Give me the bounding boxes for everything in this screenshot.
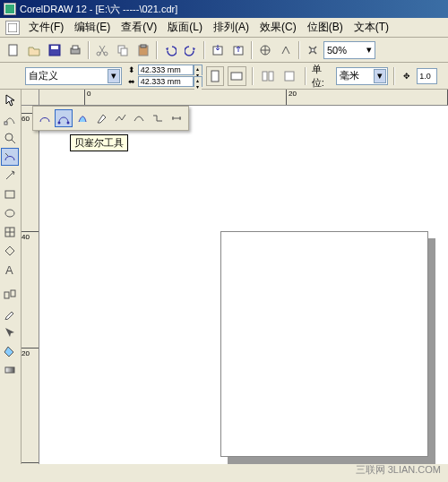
separator <box>156 41 158 59</box>
options-button[interactable] <box>303 40 323 60</box>
svg-text:A: A <box>5 263 13 276</box>
system-menu-icon[interactable] <box>5 21 20 35</box>
separator <box>305 67 306 85</box>
pick-tool[interactable] <box>1 91 19 109</box>
smart-draw-tool[interactable] <box>1 167 19 185</box>
svg-rect-30 <box>5 367 14 373</box>
menu-view[interactable]: 查看(V) <box>116 18 162 37</box>
width-spinner[interactable]: ▴▾ <box>194 65 202 75</box>
menu-layout[interactable]: 版面(L) <box>162 18 208 37</box>
curve-tool[interactable] <box>1 148 19 166</box>
redo-button[interactable] <box>181 40 201 60</box>
basic-shapes-tool[interactable] <box>1 242 19 260</box>
standard-toolbar: 50% ▾ <box>0 38 448 63</box>
menu-effects[interactable]: 效果(C) <box>254 18 302 37</box>
chevron-down-icon: ▾ <box>374 69 386 83</box>
svg-rect-28 <box>4 292 9 298</box>
page-layout-button-1[interactable] <box>259 66 277 86</box>
horizontal-ruler[interactable]: 0 20 40 <box>39 90 448 106</box>
paste-button[interactable] <box>134 40 153 60</box>
fill-tool[interactable] <box>1 342 19 360</box>
paper-size-combo[interactable]: 自定义 ▾ <box>25 67 122 85</box>
svg-rect-4 <box>51 46 58 49</box>
artistic-media-tool[interactable] <box>73 109 91 127</box>
corel-online-button[interactable] <box>276 40 296 60</box>
window-title: CorelDRAW 12 - [E:\六 -----\021.cdr] <box>20 3 177 16</box>
polyline-tool[interactable] <box>111 109 129 127</box>
ruler-origin[interactable] <box>22 90 39 106</box>
tooltip: 贝塞尔工具 <box>70 134 128 151</box>
shape-tool[interactable] <box>1 110 19 128</box>
page-rect <box>220 231 428 457</box>
portrait-button[interactable] <box>206 66 224 86</box>
save-button[interactable] <box>45 40 65 60</box>
separator <box>203 41 205 59</box>
bezier-tool[interactable] <box>55 109 73 127</box>
menu-file[interactable]: 文件(F) <box>23 18 69 37</box>
svg-rect-22 <box>4 122 7 125</box>
eyedropper-tool[interactable] <box>1 305 19 323</box>
units-combo[interactable]: 毫米 ▾ <box>336 67 388 85</box>
pen-tool[interactable] <box>92 109 110 127</box>
height-spinner[interactable]: ▴▾ <box>194 76 202 87</box>
page-width-input[interactable]: 42.333 mm <box>138 65 194 75</box>
workspace: A 0 20 40 60 40 20 0 <box>0 90 448 464</box>
copy-button[interactable] <box>113 40 133 60</box>
menu-edit[interactable]: 编辑(E) <box>69 18 116 37</box>
property-bar: 自定义 ▾ ⬍ 42.333 mm ▴▾ ⬌ 42.333 mm ▴▾ 单位: … <box>0 63 448 90</box>
three-point-curve-tool[interactable] <box>130 109 148 127</box>
separator <box>251 41 253 59</box>
page-height-input[interactable]: 42.333 mm <box>138 76 194 87</box>
svg-rect-18 <box>231 73 242 80</box>
separator <box>298 41 300 59</box>
menu-arrange[interactable]: 排列(A) <box>208 18 254 37</box>
interactive-fill-tool[interactable] <box>1 361 19 379</box>
export-button[interactable] <box>228 40 248 60</box>
canvas[interactable] <box>39 106 448 464</box>
zoom-value: 50% <box>327 45 347 56</box>
vertical-ruler[interactable]: 60 40 20 0 <box>22 106 39 464</box>
menu-bar: 文件(F) 编辑(E) 查看(V) 版面(L) 排列(A) 效果(C) 位图(B… <box>0 18 448 38</box>
open-button[interactable] <box>24 40 44 60</box>
page-layout-button-2[interactable] <box>280 66 298 86</box>
svg-rect-10 <box>121 48 127 56</box>
outline-tool[interactable] <box>1 323 19 341</box>
interactive-connector-tool[interactable] <box>149 109 167 127</box>
rectangle-tool[interactable] <box>1 185 19 203</box>
new-button[interactable] <box>4 40 23 60</box>
app-icon <box>4 3 16 15</box>
svg-rect-12 <box>141 45 146 47</box>
graph-paper-tool[interactable] <box>1 223 19 241</box>
menu-bitmap[interactable]: 位图(B) <box>302 18 349 37</box>
svg-rect-1 <box>8 23 17 32</box>
width-icon: ⬍ <box>125 65 138 75</box>
separator <box>252 67 254 85</box>
app-launcher-button[interactable] <box>255 40 275 60</box>
svg-rect-0 <box>5 4 14 13</box>
svg-rect-6 <box>73 46 78 49</box>
tooltip-text: 贝塞尔工具 <box>74 137 124 148</box>
svg-point-23 <box>5 133 13 141</box>
units-label: 单位: <box>312 63 332 90</box>
ellipse-tool[interactable] <box>1 204 19 222</box>
landscape-button[interactable] <box>228 66 246 86</box>
undo-button[interactable] <box>160 40 180 60</box>
chevron-down-icon: ▾ <box>366 44 372 56</box>
ruler-tick: 20 <box>286 90 297 106</box>
import-button[interactable] <box>208 40 228 60</box>
menu-text[interactable]: 文本(T) <box>349 18 394 37</box>
cut-button[interactable] <box>92 40 112 60</box>
dimension-tool[interactable] <box>168 109 185 127</box>
zoom-tool[interactable] <box>1 129 19 147</box>
print-button[interactable] <box>65 40 85 60</box>
freehand-tool[interactable] <box>36 109 54 127</box>
svg-rect-29 <box>11 290 15 297</box>
separator <box>393 67 395 85</box>
text-tool[interactable]: A <box>1 261 19 279</box>
chevron-down-icon: ▾ <box>108 69 120 83</box>
nudge-input[interactable]: 1.0 <box>417 68 437 84</box>
separator <box>88 41 90 59</box>
blend-tool[interactable] <box>1 286 19 304</box>
zoom-combo[interactable]: 50% ▾ <box>323 41 375 59</box>
spacer <box>1 280 20 285</box>
